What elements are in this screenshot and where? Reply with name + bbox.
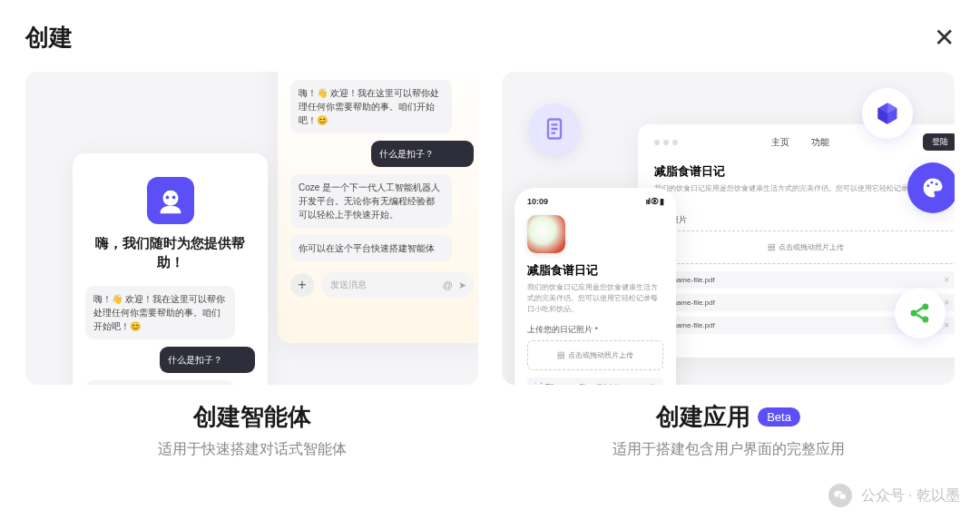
agent-card-title: 创建智能体 [193, 401, 311, 433]
chat-bubble-bot: 嗨！👋 欢迎！我在这里可以帮你处理任何你需要帮助的事。咱们开始吧！😊 [85, 286, 235, 339]
robot-icon [147, 177, 194, 224]
chat-bubble-bot: 嗨！👋 欢迎！我在这里可以帮你处理任何你需要帮助的事。咱们开始吧！😊 [290, 80, 452, 133]
upload-box: ▦ 点击或拖动照片上传 [654, 231, 955, 264]
agent-card-subtitle: 适用于快速搭建对话式智能体 [25, 440, 478, 459]
svg-point-7 [926, 184, 929, 187]
card-create-app[interactable]: 主页 功能 登陆 减脂食谱日记 我们的饮食日记应用是您饮食健康生活方式的完美伴侣… [502, 72, 955, 459]
phone-status-bar: 10:09 ııl ⦿ ▮ [527, 197, 663, 206]
watermark: 公众号 · 乾以墨 [828, 484, 960, 507]
upload-box: ▦ 点击或拖动照片上传 [527, 340, 663, 370]
svg-point-11 [922, 304, 928, 310]
svg-point-2 [172, 196, 175, 200]
chat-input-placeholder: 发送消息 @ ➤ [321, 272, 474, 298]
watermark-text: 公众号 · 乾以墨 [861, 486, 960, 505]
phone-app-title: 减脂食谱日记 [527, 262, 663, 279]
app-preview: 主页 功能 登陆 减脂食谱日记 我们的饮食日记应用是您饮食健康生活方式的完美伴侣… [502, 72, 955, 385]
chat-add-button: + [290, 273, 314, 297]
app-card-subtitle: 适用于搭建包含用户界面的完整应用 [502, 440, 955, 459]
agent-card-labels: 创建智能体 适用于快速搭建对话式智能体 [25, 401, 478, 459]
remove-icon: ✕ [944, 276, 950, 284]
app-avatar-icon [527, 215, 565, 253]
signal-icon: ııl ⦿ ▮ [645, 197, 663, 206]
card-row: 嗨，我们随时为您提供帮助！ 嗨！👋 欢迎！我在这里可以帮你处理任何你需要帮助的事… [25, 72, 955, 459]
phone-mock: 10:09 ııl ⦿ ▮ 减脂食谱日记 我们的饮食日记应用是您饮食健康生活方式… [514, 188, 676, 385]
remove-icon: ✕ [944, 299, 950, 307]
file-icon: 📄 [534, 382, 544, 385]
close-button[interactable]: ✕ [934, 25, 955, 51]
chat-bubble-bot: Coze 是一个下一代人工智能机器人开发平台。无论你有无编程经验都可以轻松上手快… [85, 380, 235, 385]
image-icon: ▦ [768, 243, 775, 251]
share-icon [895, 288, 946, 338]
modal-title: 创建 [25, 22, 73, 54]
file-chip: 📄 File name file.pdf 8.5 K ✕ [527, 378, 663, 385]
window-dots-icon [654, 140, 678, 145]
svg-point-8 [930, 182, 933, 184]
create-modal: 创建 ✕ 嗨，我们随时为您提供帮助！ 嗨！👋 欢迎！我在这里可以帮你处理任何你需… [0, 0, 980, 481]
agent-preview: 嗨，我们随时为您提供帮助！ 嗨！👋 欢迎！我在这里可以帮你处理任何你需要帮助的事… [25, 72, 478, 385]
chat-bubble-user: 什么是扣子？ [160, 347, 255, 373]
web-field-label: 日记照片 [654, 214, 955, 226]
send-icon: ➤ [458, 280, 466, 291]
beta-badge: Beta [758, 407, 800, 427]
svg-point-0 [162, 191, 178, 206]
web-nav-item: 主页 [771, 136, 789, 149]
chat-bubble-bot: 你可以在这个平台快速搭建智能体 [290, 235, 452, 261]
image-icon: ▦ [557, 351, 564, 359]
cube-icon [862, 88, 913, 139]
card-create-agent[interactable]: 嗨，我们随时为您提供帮助！ 嗨！👋 欢迎！我在这里可以帮你处理任何你需要帮助的事… [25, 72, 478, 459]
chat-mock-front: 嗨，我们随时为您提供帮助！ 嗨！👋 欢迎！我在这里可以帮你处理任何你需要帮助的事… [73, 153, 268, 385]
web-nav-item: 功能 [811, 136, 829, 149]
phone-time: 10:09 [527, 197, 548, 206]
chat-bubble-user: 什么是扣子？ [371, 141, 474, 167]
phone-app-desc: 我们的饮食日记应用是您饮食健康生活方式的完美伴侣。您可以使用它轻松记录每日小吃和… [527, 282, 663, 315]
app-card-labels: 创建应用 Beta 适用于搭建包含用户界面的完整应用 [502, 401, 955, 459]
app-card-title: 创建应用 [656, 401, 750, 433]
plus-icon: + [298, 277, 306, 293]
at-icon: @ [443, 280, 453, 291]
chat-front-headline: 嗨，我们随时为您提供帮助！ [85, 233, 255, 271]
remove-icon: ✕ [944, 321, 950, 329]
svg-point-1 [165, 196, 169, 200]
chat-input-icons: @ ➤ [443, 280, 466, 291]
chat-bubble-bot: Coze 是一个下一代人工智能机器人开发平台。无论你有无编程经验都可以轻松上手快… [290, 174, 452, 228]
document-icon [529, 103, 580, 154]
phone-field-label: 上传您的日记照片 * [527, 324, 663, 336]
wechat-icon [828, 484, 852, 507]
svg-point-9 [936, 183, 938, 186]
palette-icon [907, 162, 955, 213]
chat-mock-back: 嗨，我们随时为您提供帮助！ 嗨！👋 欢迎！我在这里可以帮你处理任何你需要帮助的事… [278, 72, 478, 343]
file-chip: file name-file.pdf✕ [654, 271, 955, 289]
login-button: 登陆 [923, 133, 955, 151]
remove-icon: ✕ [650, 382, 656, 385]
modal-header: 创建 ✕ [25, 22, 955, 54]
chat-input-row: + 发送消息 @ ➤ [290, 272, 474, 298]
svg-point-12 [922, 317, 928, 323]
web-toolbar: 主页 功能 登陆 [654, 133, 955, 151]
close-icon: ✕ [934, 24, 955, 52]
